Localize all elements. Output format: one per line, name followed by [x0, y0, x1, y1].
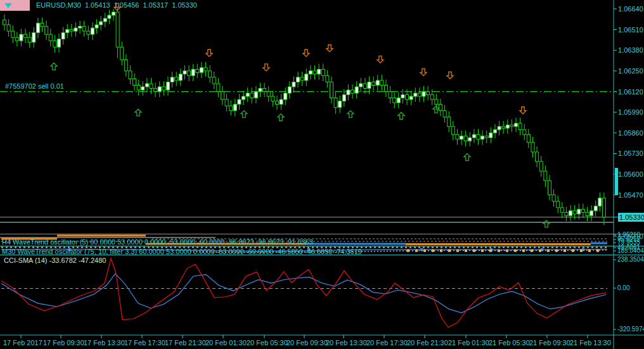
- candle-body: [61, 33, 65, 39]
- candle-body: [175, 77, 178, 80]
- candle-body: [481, 136, 484, 139]
- candle-body: [330, 82, 333, 98]
- candle-body: [594, 206, 597, 211]
- candle-body: [7, 25, 10, 31]
- price-axis-label: 1.05990: [618, 108, 643, 116]
- cci-sma-label: CCI-SMA (14) -33.6782 -47.2480: [4, 257, 106, 264]
- candle-body: [363, 84, 366, 89]
- down-arrow-icon: [303, 49, 309, 56]
- candle-body: [451, 127, 454, 135]
- candle-body: [49, 34, 52, 41]
- candle-body: [137, 86, 140, 91]
- wt-m30-marker: [440, 250, 442, 252]
- time-axis[interactable]: 17 Feb 201717 Feb 09:3017 Feb 13:3017 Fe…: [0, 336, 644, 349]
- candle-body: [112, 12, 115, 15]
- chevron-down-icon: [4, 3, 12, 8]
- candle-body: [464, 136, 467, 141]
- candle-body: [212, 77, 216, 84]
- candle-body: [233, 105, 236, 111]
- indicator-axis-label: 238.3504: [617, 256, 644, 263]
- candle-body: [271, 96, 274, 101]
- wt-m30-marker: [498, 250, 500, 252]
- wt-m30-marker: [588, 250, 591, 252]
- candle-body: [217, 84, 220, 92]
- wt-m30-marker: [564, 250, 566, 252]
- wt-m30-marker: [522, 250, 525, 252]
- candle-body: [79, 27, 82, 29]
- candle-body: [409, 96, 413, 99]
- candle-body: [427, 92, 430, 95]
- candle-body: [376, 80, 379, 86]
- time-axis-label: 17 Feb 13:30: [84, 339, 125, 346]
- candle-body: [15, 37, 18, 41]
- wt-m30-marker: [456, 250, 459, 252]
- chart-canvas[interactable]: [0, 0, 644, 349]
- candle-body: [200, 68, 203, 73]
- candle-body: [510, 125, 513, 127]
- candle-body: [577, 209, 581, 214]
- candle-body: [448, 117, 451, 127]
- candle-body: [468, 137, 472, 141]
- candle-body: [158, 87, 161, 92]
- time-axis-label: 17 Feb 2017: [3, 339, 42, 346]
- candle-body: [297, 77, 300, 82]
- candle-body: [515, 124, 518, 127]
- candle-body: [372, 82, 375, 85]
- candle-body: [292, 82, 295, 87]
- time-axis-label: 21 Feb 05:30: [489, 339, 530, 346]
- candle-body: [598, 198, 602, 206]
- wt-m30-marker: [506, 250, 508, 252]
- candle-body: [338, 101, 342, 108]
- candle-body: [246, 93, 249, 96]
- price-axis[interactable]: 1.066401.065101.063801.062501.061201.059…: [614, 0, 644, 349]
- wavetrend-m30-label: M30 WaveTrend oscillator (75, 10, filter…: [2, 248, 362, 255]
- candle-body: [347, 90, 350, 95]
- candle-body: [41, 23, 44, 27]
- candle-body: [305, 74, 308, 80]
- candle-body: [590, 211, 593, 216]
- wt-m30-marker: [580, 250, 583, 252]
- candle-body: [321, 69, 325, 75]
- candle-body: [406, 95, 409, 100]
- candle-body: [536, 152, 539, 162]
- candle-body: [439, 105, 442, 111]
- candle-body: [573, 211, 576, 214]
- high-value: 1.05456: [114, 1, 139, 9]
- time-axis-label: 17 Feb 21:30: [165, 339, 206, 346]
- candle-body: [209, 71, 212, 77]
- candle-body: [250, 93, 254, 98]
- candle-body: [225, 99, 228, 106]
- wt-m30-marker: [432, 250, 434, 252]
- candle-body: [204, 68, 207, 71]
- symbol-dropdown-icon[interactable]: [0, 0, 30, 11]
- candle-body: [557, 201, 560, 208]
- candle-body: [569, 211, 572, 216]
- candle-body: [288, 87, 291, 93]
- candle-body: [560, 208, 564, 213]
- wt-m30-marker: [407, 250, 409, 252]
- candle-body: [129, 71, 132, 79]
- candle-body: [342, 95, 345, 101]
- time-axis-label: 20 Feb 09:30: [287, 339, 328, 346]
- candle-body: [506, 125, 509, 128]
- time-axis-label: 20 Feb 01:30: [205, 339, 247, 346]
- candle-body: [263, 89, 266, 92]
- down-arrow-icon: [326, 45, 333, 52]
- candle-body: [166, 82, 169, 90]
- time-axis-label: 17 Feb 09:30: [43, 339, 84, 346]
- candle-body: [275, 101, 278, 105]
- price-axis-label: 1.05600: [618, 170, 643, 178]
- order-line-label[interactable]: #7559702 sell 0.01: [5, 82, 64, 90]
- candle-body: [87, 31, 90, 34]
- candle-body: [389, 92, 392, 98]
- candle-body: [95, 25, 98, 28]
- candle-body: [70, 30, 73, 32]
- candle-body: [267, 92, 270, 97]
- candle-body: [518, 124, 522, 130]
- close-value: 1.05330: [172, 1, 197, 9]
- candle-body: [45, 27, 48, 35]
- cci-sma-line: [1, 274, 606, 313]
- candle-body: [229, 106, 233, 111]
- candle-body: [120, 47, 124, 60]
- wt-m30-marker: [539, 250, 541, 252]
